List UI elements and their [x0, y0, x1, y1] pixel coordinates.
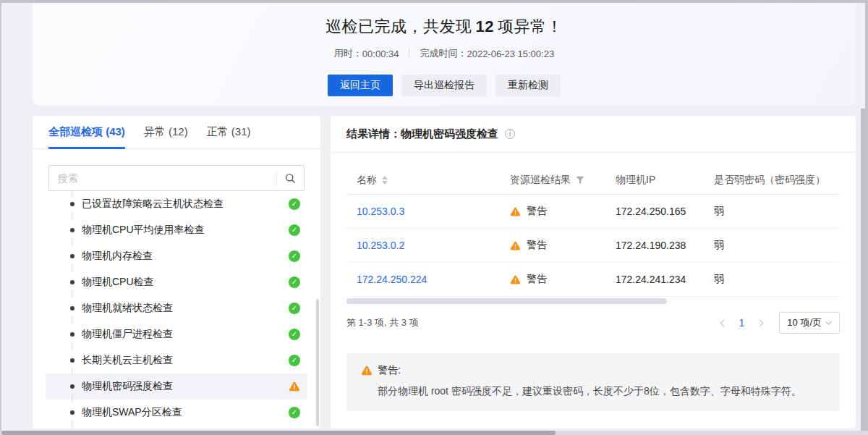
pagination-bar: 第 1-3 项, 共 3 项 1 10 项/页: [346, 304, 840, 342]
tab-abnormal[interactable]: 异常 (12): [144, 116, 188, 148]
next-page-button[interactable]: [752, 315, 767, 331]
chevron-down-icon: [825, 318, 831, 324]
check-list-item[interactable]: 已设置故障策略云主机状态检查: [33, 191, 320, 217]
search-input[interactable]: [49, 172, 276, 184]
check-list-item[interactable]: 物理机CPU检查: [33, 269, 320, 295]
chevron-right-icon: [756, 319, 763, 326]
success-icon: [289, 303, 300, 314]
window-border-right: [865, 0, 868, 435]
warning-icon: [361, 365, 373, 376]
tab-all-items[interactable]: 全部巡检项 (43): [48, 116, 125, 148]
weak-cell: 弱: [714, 273, 840, 286]
weak-cell: 弱: [714, 239, 840, 252]
warning-message-box: 警告: 部分物理机 root 密码强度不足，建议重设密码，长度不少于8位，包含数…: [346, 353, 840, 411]
bullet-icon: [70, 280, 75, 284]
bullet-icon: [70, 306, 75, 311]
tab-normal[interactable]: 正常 (31): [207, 116, 251, 148]
bullet-icon: [70, 384, 75, 389]
bullet-icon: [70, 228, 75, 232]
column-header-result[interactable]: 资源巡检结果: [510, 174, 616, 187]
finish-time-label: 完成时间：: [420, 47, 467, 60]
resource-link[interactable]: 172.24.250.224: [357, 274, 427, 285]
title-prefix: 巡检已完成，共发现: [326, 17, 472, 35]
column-header-name[interactable]: 名称: [357, 174, 510, 187]
page-vertical-scrollbar[interactable]: [861, 109, 865, 431]
tabs-bar: 全部巡检项 (43) 异常 (12) 正常 (31): [33, 116, 320, 149]
bullet-icon: [70, 332, 75, 337]
chevron-left-icon: [720, 319, 728, 326]
ip-cell: 172.24.250.165: [616, 206, 714, 217]
detail-header: 结果详情： 物理机密码强度检查: [331, 116, 856, 153]
success-icon: [289, 276, 300, 288]
warning-icon: [289, 381, 300, 392]
success-icon: [289, 198, 300, 210]
search-icon[interactable]: [276, 170, 304, 186]
warning-title: 警告:: [378, 364, 401, 377]
result-detail-panel: 结果详情： 物理机密码强度检查 名称 资源巡检结果 物理机IP 是否弱密码（密码…: [331, 116, 856, 428]
success-icon: [289, 355, 300, 366]
inspection-meta: 用时： 00:00:34 完成时间： 2022-06-23 15:00:23: [33, 47, 856, 60]
bullet-icon: [70, 202, 75, 206]
sort-icon[interactable]: [382, 176, 388, 185]
filter-icon[interactable]: [576, 176, 584, 185]
duration-label: 用时：: [334, 47, 362, 60]
resource-link[interactable]: 10.253.0.3: [357, 206, 404, 217]
recheck-button[interactable]: 重新检测: [495, 75, 561, 96]
success-icon: [289, 329, 300, 340]
bullet-icon: [70, 358, 75, 363]
check-list-item[interactable]: 物理机CPU平均使用率检查: [33, 217, 320, 243]
warning-icon: [510, 240, 521, 251]
success-icon: [289, 224, 300, 236]
weak-cell: 弱: [714, 205, 840, 218]
page-horizontal-scrollbar-thumb[interactable]: [1, 431, 556, 435]
check-list-item[interactable]: 物理机就绪状态检查: [33, 295, 320, 321]
result-cell: 警告: [510, 239, 616, 252]
warning-message: 部分物理机 root 密码强度不足，建议重设密码，长度不少于8位，包含数字、字母…: [378, 384, 825, 399]
window-border-top: [0, 0, 868, 3]
page-title: 巡检已完成，共发现12项异常！: [33, 16, 856, 38]
check-list-item[interactable]: 长期关机云主机检查: [33, 347, 320, 373]
detail-title-value: 物理机密码强度检查: [401, 127, 498, 141]
warning-icon: [510, 274, 521, 285]
result-cell: 警告: [510, 273, 616, 286]
result-summary-header: 巡检已完成，共发现12项异常！ 用时： 00:00:34 完成时间： 2022-…: [33, 3, 856, 106]
current-page[interactable]: 1: [739, 317, 745, 329]
detail-body: 名称 资源巡检结果 物理机IP 是否弱密码（密码强度） 10.253.0.3 警…: [331, 166, 856, 411]
finish-time-value: 2022-06-23 15:00:23: [467, 48, 554, 59]
warning-icon: [510, 206, 521, 217]
page-size-select[interactable]: 10 项/页: [779, 312, 840, 334]
check-list-item[interactable]: 物理机僵尸进程检查: [33, 321, 320, 347]
check-list-item-selected[interactable]: 物理机密码强度检查: [33, 373, 320, 400]
result-cell: 警告: [510, 205, 616, 218]
duration-value: 00:00:34: [362, 48, 399, 59]
table-horizontal-scrollbar[interactable]: [346, 298, 667, 304]
export-report-button[interactable]: 导出巡检报告: [401, 75, 487, 96]
ip-cell: 172.24.190.238: [616, 240, 714, 251]
check-list: 已设置故障策略云主机状态检查 物理机CPU平均使用率检查 物理机内存检查 物理机…: [33, 191, 320, 426]
column-header-weak: 是否弱密码（密码强度）: [714, 174, 840, 187]
check-list-item[interactable]: 物理机SWAP分区检查: [33, 400, 320, 426]
pagination-summary: 第 1-3 项, 共 3 项: [346, 316, 419, 329]
list-scrollbar[interactable]: [316, 299, 319, 426]
meta-divider: [409, 48, 409, 59]
anomaly-count: 12: [476, 17, 494, 35]
bullet-icon: [70, 254, 75, 258]
column-header-ip: 物理机IP: [616, 174, 714, 187]
table-row: 10.253.0.3 警告 172.24.250.165 弱: [346, 195, 840, 229]
ip-cell: 172.24.241.234: [616, 274, 714, 285]
table-header-row: 名称 资源巡检结果 物理机IP 是否弱密码（密码强度）: [346, 166, 840, 195]
back-home-button[interactable]: 返回主页: [328, 75, 393, 96]
page-horizontal-scrollbar[interactable]: [0, 431, 868, 435]
success-icon: [289, 250, 300, 262]
search-box: [48, 165, 305, 191]
header-actions: 返回主页 导出巡检报告 重新检测: [33, 75, 856, 96]
check-list-item[interactable]: 物理机内存检查: [33, 243, 320, 269]
detail-title-label: 结果详情：: [346, 127, 401, 141]
resource-link[interactable]: 10.253.0.2: [357, 240, 404, 251]
info-icon[interactable]: [505, 129, 515, 139]
table-row: 10.253.0.2 警告 172.24.190.238 弱: [346, 229, 840, 263]
table-row: 172.24.250.224 警告 172.24.241.234 弱: [346, 263, 840, 297]
prev-page-button[interactable]: [716, 315, 732, 331]
inspection-items-panel: 全部巡检项 (43) 异常 (12) 正常 (31) 已设置故障策略云主机状态检…: [33, 116, 320, 428]
bullet-icon: [70, 410, 75, 415]
